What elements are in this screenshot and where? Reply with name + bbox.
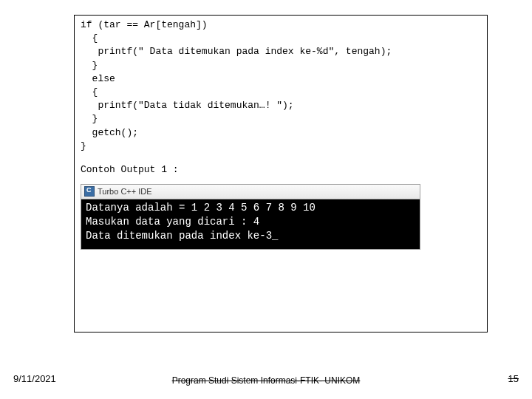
code-line: {: [81, 86, 98, 98]
code-line: }: [81, 113, 98, 124]
terminal-title: Turbo C++ IDE: [98, 187, 152, 196]
terminal-line: Data ditemukan pada index ke-3_: [86, 230, 278, 242]
code-line: printf("Data tidak ditemukan…! ");: [81, 100, 294, 111]
content-frame: if (tar == Ar[tengah]) { printf(" Data d…: [74, 15, 488, 332]
code-line: getch();: [81, 127, 138, 138]
code-line: printf(" Data ditemukan pada index ke-%d…: [81, 46, 392, 57]
terminal-titlebar: Turbo C++ IDE: [81, 185, 420, 200]
code-line: }: [81, 140, 86, 151]
code-line: {: [81, 33, 98, 44]
footer-page-number: 15: [508, 373, 519, 384]
output-label: Contoh Output 1 :: [81, 164, 481, 175]
terminal-window: Turbo C++ IDE Datanya adalah = 1 2 3 4 5…: [81, 184, 420, 250]
code-line: else: [81, 73, 115, 84]
terminal-line: Masukan data yang dicari : 4: [86, 216, 259, 228]
footer-center: Program Studi Sistem Informasi-FTIK- UNI…: [172, 375, 361, 386]
terminal-body: Datanya adalah = 1 2 3 4 5 6 7 8 9 10 Ma…: [81, 200, 420, 249]
footer-date: 9/11/2021: [13, 373, 56, 384]
code-block: if (tar == Ar[tengah]) { printf(" Data d…: [81, 18, 481, 153]
code-line: }: [81, 60, 98, 71]
terminal-line: Datanya adalah = 1 2 3 4 5 6 7 8 9 10: [86, 202, 316, 214]
terminal-icon: [84, 186, 95, 197]
code-line: if (tar == Ar[tengah]): [81, 19, 208, 30]
